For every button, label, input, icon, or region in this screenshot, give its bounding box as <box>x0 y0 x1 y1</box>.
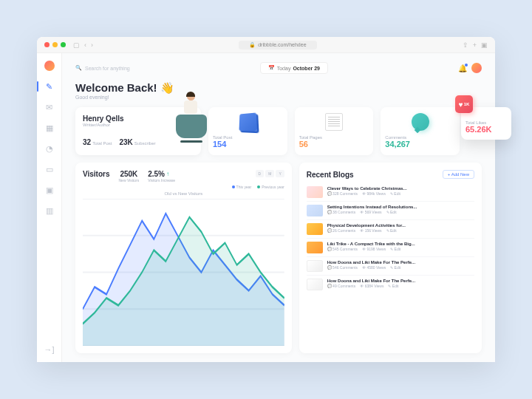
blog-item[interactable]: How Doona and Liki Make For The Perfe...… <box>307 257 474 276</box>
browser-window: ▢ ‹ › 🔒 dribbble.com/hehdee ⇪ + ▣ ✎ ✉ ▦ … <box>37 37 495 362</box>
blog-item[interactable]: Physical Development Activities for... 💬… <box>307 220 474 239</box>
nav-clock-icon[interactable]: ◔ <box>44 143 55 154</box>
date-picker[interactable]: 📅 Today October 29 <box>260 62 328 74</box>
visitors-panel: Visitors 250KNew Visitors 2.5%↑Visitors … <box>75 163 292 353</box>
card-total-likes[interactable]: ♥1K Total Likes 65.26K <box>461 107 511 140</box>
recent-blogs-panel: Recent Blogs + Add New Clever Ways to Ce… <box>299 163 482 353</box>
blog-title: Liki Trike - A Compact Trike with the Bi… <box>327 242 474 246</box>
nav-folder-icon[interactable]: ▭ <box>44 164 55 174</box>
blog-thumb <box>307 279 323 290</box>
blog-item[interactable]: Clever Ways to Celebrate Christmas... 💬 … <box>307 183 474 202</box>
blogs-title: Recent Blogs <box>307 171 354 179</box>
blog-title: How Doona and Liki Make For The Perfe... <box>327 260 474 265</box>
close-window-icon[interactable] <box>44 42 50 47</box>
blog-title: Clever Ways to Celebrate Christmas... <box>327 186 474 191</box>
nav-write-icon[interactable]: ✎ <box>44 81 55 92</box>
blog-thumb <box>307 223 323 235</box>
subscriber-value: 23K <box>119 138 132 146</box>
blog-title: How Doona and Liki Make For The Perfe... <box>327 279 474 283</box>
range-m[interactable]: M <box>265 170 274 177</box>
nav-building-icon[interactable]: ▥ <box>44 205 55 216</box>
add-tab-icon[interactable]: + <box>473 41 477 49</box>
logo-icon[interactable] <box>44 61 55 71</box>
edit-link[interactable]: ✎ Edit <box>386 210 397 214</box>
add-new-button[interactable]: + Add New <box>443 170 474 179</box>
visitors-chart <box>83 199 284 346</box>
main: 🔍 Search for anything 📅 Today October 29… <box>62 53 495 362</box>
chart-legend: This year Previous year <box>83 185 284 189</box>
comments-meta: 💬 328 Comments <box>327 191 358 196</box>
blog-item[interactable]: Setting Intentions Instead of Resolution… <box>307 202 474 220</box>
blog-item[interactable]: Liki Trike - A Compact Trike with the Bi… <box>307 239 474 257</box>
comment-icon <box>412 113 429 131</box>
views-meta: 👁 984k Views <box>362 191 386 196</box>
search-input[interactable]: 🔍 Search for anything <box>75 65 130 71</box>
edit-link[interactable]: ✎ Edit <box>390 191 400 196</box>
welcome: Welcome Back! 👋 Good evening! <box>75 81 482 100</box>
views-meta: 👁 569 Views <box>360 210 381 214</box>
card-comments[interactable]: Comments 34,267 <box>381 107 460 155</box>
card-total-post[interactable]: Total Post 154 <box>208 107 287 155</box>
titlebar: ▢ ‹ › 🔒 dribbble.com/hehdee ⇪ + ▣ <box>37 37 495 53</box>
blog-thumb <box>307 242 323 253</box>
total-post-value: 32 <box>83 138 91 146</box>
maximize-window-icon[interactable] <box>61 42 66 47</box>
tabs-icon[interactable]: ▣ <box>481 41 488 49</box>
views-meta: 👁 6384 Views <box>360 284 383 288</box>
sidebar-toggle-icon[interactable]: ▢ <box>73 41 80 49</box>
blog-item[interactable]: How Doona and Liki Make For The Perfe...… <box>307 276 474 293</box>
person-illustration <box>170 89 213 138</box>
pages-icon <box>325 113 343 131</box>
sidebar: ✎ ✉ ▦ ◔ ▭ ▣ ▥ →] <box>37 53 62 362</box>
blog-title: Physical Development Activities for... <box>327 223 474 228</box>
edit-link[interactable]: ✎ Edit <box>388 284 398 288</box>
avatar[interactable] <box>471 63 482 73</box>
profile-card: Henry Qells Writter/Author 32Total Post … <box>75 107 201 155</box>
nav-briefcase-icon[interactable]: ▣ <box>44 185 55 195</box>
views-meta: 👁 4580 Views <box>362 265 386 270</box>
comments-meta: 💬 26 Comments <box>327 228 356 233</box>
book-icon <box>239 113 258 132</box>
share-icon[interactable]: ⇪ <box>463 41 468 49</box>
blog-title: Setting Intentions Instead of Resolution… <box>327 205 474 209</box>
heart-icon: ♥1K <box>455 95 473 113</box>
edit-link[interactable]: ✎ Edit <box>390 265 400 270</box>
welcome-sub: Good evening! <box>75 95 482 100</box>
comments-meta: 💬 49 Comments <box>327 284 356 288</box>
edit-link[interactable]: ✎ Edit <box>386 228 397 233</box>
views-meta: 👁 156 Views <box>360 228 381 233</box>
nav-mail-icon[interactable]: ✉ <box>44 102 55 112</box>
range-d[interactable]: D <box>256 170 265 177</box>
comments-meta: 💬 546 Comments <box>327 265 358 270</box>
url-bar[interactable]: 🔒 dribbble.com/hehdee <box>239 41 316 50</box>
minimize-window-icon[interactable] <box>52 42 58 47</box>
topbar: 🔍 Search for anything 📅 Today October 29… <box>75 62 482 74</box>
logout-icon[interactable]: →] <box>44 344 55 355</box>
edit-link[interactable]: ✎ Edit <box>390 247 400 251</box>
blog-thumb <box>307 205 323 216</box>
visitors-title: Visitors <box>83 170 110 178</box>
forward-icon[interactable]: › <box>91 41 93 49</box>
comments-meta: 💬 545 Comments <box>327 247 358 251</box>
card-total-pages[interactable]: Total Pages 56 <box>295 107 374 155</box>
nav-image-icon[interactable]: ▦ <box>44 123 55 133</box>
range-y[interactable]: Y <box>276 170 284 177</box>
app: ✎ ✉ ▦ ◔ ▭ ▣ ▥ →] 🔍 Search for anything 📅… <box>37 53 495 362</box>
comments-meta: 💬 38 Comments <box>327 210 356 214</box>
blog-thumb <box>307 186 323 198</box>
welcome-title: Welcome Back! 👋 <box>75 81 482 95</box>
arrow-up-icon: ↑ <box>166 171 169 177</box>
notification-icon[interactable]: 🔔 <box>458 64 467 72</box>
back-icon[interactable]: ‹ <box>84 41 86 49</box>
blog-thumb <box>307 260 323 272</box>
views-meta: 👁 9198 Views <box>362 247 386 251</box>
